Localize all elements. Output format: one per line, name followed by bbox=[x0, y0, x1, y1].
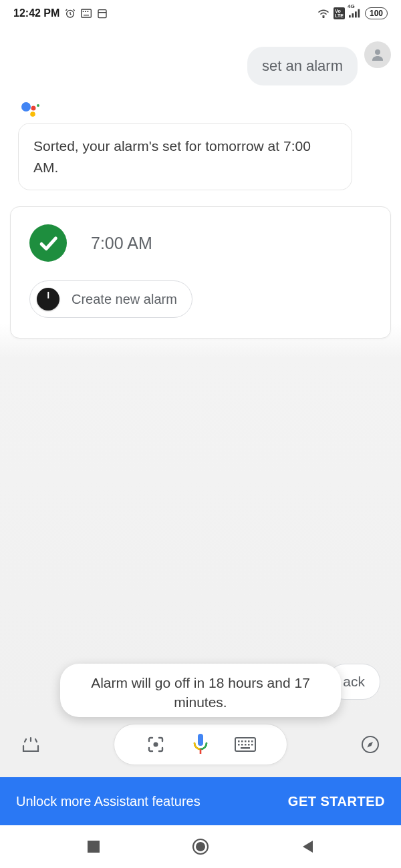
svg-rect-10 bbox=[355, 11, 357, 17]
signal-icon: 4G bbox=[349, 9, 361, 18]
svg-rect-27 bbox=[241, 744, 243, 746]
promo-banner: Unlock more Assistant features GET START… bbox=[0, 777, 401, 825]
create-alarm-label: Create new alarm bbox=[72, 292, 177, 307]
svg-rect-8 bbox=[349, 15, 351, 18]
svg-rect-31 bbox=[241, 747, 250, 749]
svg-rect-26 bbox=[238, 744, 240, 746]
back-button[interactable] bbox=[297, 837, 317, 857]
status-right: VoLTE 4G 100 bbox=[317, 7, 388, 19]
get-started-button[interactable]: GET STARTED bbox=[288, 794, 385, 809]
svg-rect-6 bbox=[98, 10, 106, 18]
explore-compass-icon[interactable] bbox=[358, 732, 382, 756]
keyboard-status-icon bbox=[81, 9, 92, 18]
svg-rect-9 bbox=[352, 13, 354, 17]
home-button[interactable] bbox=[190, 837, 211, 857]
status-left: 12:42 PM bbox=[13, 7, 108, 19]
svg-rect-24 bbox=[248, 740, 250, 742]
svg-rect-11 bbox=[358, 9, 360, 18]
svg-rect-23 bbox=[245, 740, 247, 742]
alarm-confirmation-row: 7:00 AM bbox=[29, 224, 372, 262]
svg-rect-2 bbox=[83, 11, 84, 12]
status-time: 12:42 PM bbox=[13, 7, 59, 19]
toast-row: ack Alarm will go off in 18 hours and 17… bbox=[10, 664, 391, 717]
updates-tray-icon[interactable] bbox=[19, 732, 43, 756]
svg-point-15 bbox=[30, 112, 35, 117]
svg-rect-3 bbox=[85, 11, 86, 12]
assistant-logo-icon bbox=[21, 101, 391, 118]
svg-rect-18 bbox=[198, 734, 203, 746]
user-message-bubble: set an alarm bbox=[247, 47, 358, 85]
svg-rect-1 bbox=[82, 9, 92, 17]
conversation-area: set an alarm Sorted, your alarm's set fo… bbox=[0, 27, 401, 717]
svg-rect-19 bbox=[200, 749, 202, 754]
svg-point-14 bbox=[31, 106, 36, 111]
svg-rect-28 bbox=[245, 744, 247, 746]
wifi-icon bbox=[317, 9, 329, 18]
svg-point-16 bbox=[37, 104, 39, 107]
svg-point-35 bbox=[196, 842, 205, 851]
svg-point-13 bbox=[21, 102, 31, 112]
battery-indicator: 100 bbox=[365, 7, 388, 19]
alarm-clock-icon bbox=[65, 8, 76, 19]
status-bar: 12:42 PM VoLTE 4G 100 bbox=[0, 0, 401, 27]
system-nav-bar bbox=[0, 825, 401, 868]
calendar-status-icon bbox=[97, 8, 108, 19]
alarm-card: 7:00 AM Create new alarm bbox=[10, 206, 391, 339]
svg-rect-30 bbox=[251, 744, 253, 746]
check-icon bbox=[29, 224, 67, 262]
recent-apps-button[interactable] bbox=[84, 837, 104, 857]
svg-rect-4 bbox=[88, 11, 89, 12]
svg-rect-33 bbox=[88, 841, 100, 853]
svg-point-12 bbox=[375, 49, 380, 55]
toast-message: Alarm will go off in 18 hours and 17 min… bbox=[60, 664, 341, 717]
mic-icon[interactable] bbox=[189, 733, 212, 756]
user-message-row: set an alarm bbox=[10, 47, 391, 85]
clock-icon bbox=[37, 288, 59, 310]
lens-icon[interactable] bbox=[144, 733, 167, 756]
keyboard-icon[interactable] bbox=[234, 733, 257, 756]
banner-text: Unlock more Assistant features bbox=[16, 794, 200, 809]
svg-rect-22 bbox=[241, 740, 243, 742]
svg-rect-21 bbox=[238, 740, 240, 742]
svg-point-17 bbox=[153, 742, 158, 747]
user-avatar[interactable] bbox=[364, 41, 391, 68]
input-pill bbox=[114, 724, 287, 765]
svg-point-7 bbox=[323, 17, 325, 18]
svg-rect-25 bbox=[251, 740, 253, 742]
assistant-input-bar bbox=[0, 717, 401, 777]
create-alarm-button[interactable]: Create new alarm bbox=[29, 280, 192, 318]
svg-rect-29 bbox=[248, 744, 250, 746]
assistant-message-bubble: Sorted, your alarm's set for tomorrow at… bbox=[18, 123, 352, 190]
volte-icon: VoLTE bbox=[333, 7, 345, 19]
svg-rect-5 bbox=[84, 15, 89, 15]
alarm-time-label: 7:00 AM bbox=[91, 234, 152, 253]
